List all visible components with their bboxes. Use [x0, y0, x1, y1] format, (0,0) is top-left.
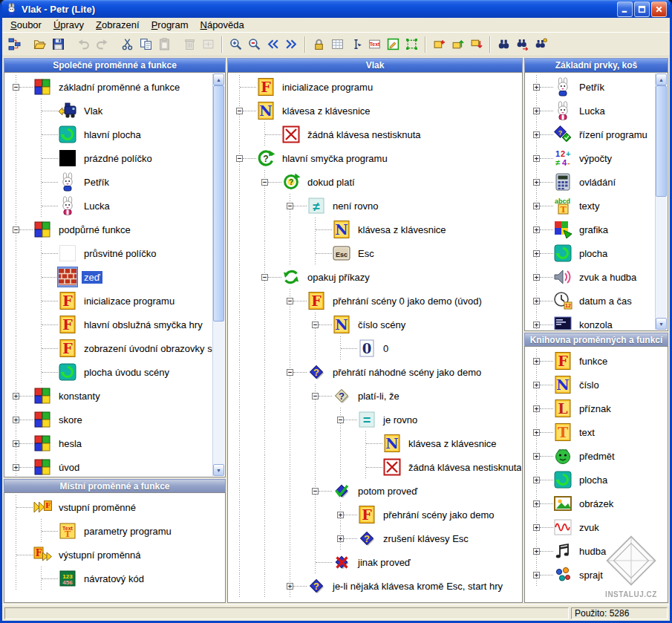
tree-item[interactable]: +Fpřehrání scény jako demo — [229, 503, 521, 526]
menu-soubor[interactable]: Soubor — [4, 18, 48, 33]
tree-item[interactable]: +skore — [5, 408, 212, 431]
tree-item[interactable]: Vlak — [5, 99, 212, 123]
collapse-expander[interactable]: − — [287, 203, 293, 209]
scroll-thumb[interactable] — [656, 85, 667, 197]
tree-item[interactable]: +Lpříznak — [526, 397, 667, 420]
tree-item[interactable]: +konzola — [526, 313, 655, 330]
collapse-expander[interactable]: − — [236, 155, 243, 162]
expand-expander[interactable]: + — [533, 572, 540, 578]
scroll-up-button[interactable]: ▲ — [213, 74, 224, 85]
cut-icon[interactable] — [118, 36, 137, 53]
tree-item[interactable]: +12datum a čas — [526, 289, 655, 313]
tree-item[interactable]: +Petřík — [526, 75, 655, 99]
tree-item[interactable]: +obrázek — [526, 492, 667, 515]
menu-upravy[interactable]: Úpravy — [48, 18, 90, 33]
tree-item[interactable]: +grafika — [526, 218, 655, 241]
scroll-up-button[interactable]: ▲ — [656, 74, 667, 85]
paste-icon[interactable] — [155, 36, 174, 53]
collapse-expander[interactable]: − — [261, 274, 268, 281]
tree-item[interactable]: průsvitné políčko — [5, 241, 212, 265]
tree-item[interactable]: Finicializace programu — [5, 289, 212, 313]
element-move-down-icon[interactable] — [467, 36, 486, 53]
tree-item[interactable]: žádná klávesa nestisknuta — [229, 123, 521, 146]
tree-item[interactable]: Fhlavní obslužná smyčka hry — [5, 313, 212, 336]
find-next-icon[interactable] — [513, 36, 532, 53]
tree-item[interactable]: −?přehrátí náhodné scény jako demo — [229, 360, 521, 384]
undo-icon[interactable] — [74, 36, 93, 53]
scroll-thumb[interactable] — [213, 85, 224, 322]
expand-expander[interactable]: + — [13, 417, 19, 423]
expand-expander[interactable]: + — [533, 477, 540, 483]
expand-expander[interactable]: + — [533, 179, 540, 186]
tree-item[interactable]: +zvuk a hudba — [526, 265, 655, 289]
collapse-expander[interactable]: − — [337, 417, 344, 423]
tree-item[interactable]: −potom proveď — [229, 479, 521, 503]
close-button[interactable] — [651, 1, 667, 17]
expand-expander[interactable]: + — [533, 226, 540, 233]
tree-item[interactable]: +?řízení programu — [526, 123, 655, 146]
expand-expander[interactable]: + — [533, 453, 540, 460]
expand-expander[interactable]: + — [533, 155, 540, 162]
open-icon[interactable] — [30, 36, 49, 53]
delete-icon[interactable] — [180, 36, 199, 53]
go-forward-icon[interactable] — [282, 36, 301, 53]
expand-expander[interactable]: + — [13, 393, 19, 399]
tree-item[interactable]: 00 — [229, 336, 521, 360]
expand-expander[interactable]: + — [13, 440, 19, 447]
expand-expander[interactable]: + — [533, 548, 540, 555]
menu-program[interactable]: Program — [146, 18, 195, 33]
expand-expander[interactable]: + — [337, 512, 344, 518]
restore-icon[interactable] — [199, 36, 218, 53]
text-cursor-icon[interactable] — [347, 36, 365, 53]
tree-item[interactable]: +?zrušení klávesy Esc — [229, 526, 521, 550]
collapse-expander[interactable]: − — [13, 226, 19, 233]
minimize-button[interactable] — [617, 1, 633, 17]
tree-item[interactable]: plocha úvodu scény — [5, 360, 212, 384]
save-icon[interactable] — [49, 36, 68, 53]
tree-item[interactable]: −?platí-li, že — [229, 384, 521, 408]
redo-icon[interactable] — [93, 36, 111, 53]
expand-expander[interactable]: + — [13, 464, 19, 471]
tree-item[interactable]: −Nčíslo scény — [229, 313, 521, 336]
tree-item[interactable]: +úvod — [5, 455, 212, 476]
tree-item[interactable]: +?je-li nějaká klávesa kromě Esc, start … — [229, 574, 521, 598]
tree-item[interactable]: +Nčíslo — [526, 373, 667, 397]
collapse-expander[interactable]: − — [287, 369, 293, 376]
expand-expander[interactable]: + — [533, 405, 540, 412]
tree-item[interactable]: +sprajt — [526, 563, 667, 587]
tree-item[interactable]: +abcdTtexty — [526, 194, 655, 218]
tree-item[interactable]: 123456návratový kód — [5, 567, 224, 590]
tree-item[interactable]: −opakuj příkazy — [229, 265, 521, 289]
expand-expander[interactable]: + — [287, 583, 293, 590]
tree-item[interactable]: +zvuk — [526, 515, 667, 539]
collapse-expander[interactable]: − — [312, 393, 319, 399]
tree-item[interactable]: Nklávesa z klávesnice — [229, 431, 521, 455]
tree-item[interactable]: +Ttext — [526, 420, 667, 444]
element-insert-icon[interactable] — [430, 36, 448, 53]
expand-expander[interactable]: + — [533, 84, 540, 91]
find-all-icon[interactable] — [532, 36, 550, 53]
go-back-icon[interactable] — [264, 36, 282, 53]
menu-zobrazeni[interactable]: Zobrazení — [90, 18, 146, 33]
elements-scrollbar[interactable]: ▲ ▼ — [655, 74, 667, 330]
maximize-button[interactable] — [634, 1, 650, 17]
collapse-expander[interactable]: − — [312, 488, 319, 495]
find-icon[interactable] — [495, 36, 513, 53]
tree-item[interactable]: Finicializace programu — [229, 75, 521, 99]
expand-expander[interactable]: + — [533, 382, 540, 388]
expand-expander[interactable]: + — [533, 108, 540, 114]
tree-item[interactable]: −základní proměnné a funkce — [5, 75, 212, 99]
expand-expander[interactable]: + — [337, 535, 344, 542]
expand-expander[interactable]: + — [533, 131, 540, 138]
tree-item[interactable]: Fzobrazení úvodní obrazovky scény — [5, 336, 212, 360]
tree-item[interactable]: Petřík — [5, 170, 212, 194]
expand-expander[interactable]: + — [533, 250, 540, 257]
copy-icon[interactable] — [137, 36, 155, 53]
tree-item[interactable]: +Lucka — [526, 99, 655, 123]
expand-expander[interactable]: + — [533, 203, 540, 209]
tree-item[interactable]: +hesla — [5, 431, 212, 455]
tree-item[interactable]: −=je rovno — [229, 408, 521, 431]
tree-item[interactable]: +Ffunkce — [526, 349, 667, 373]
tree-item[interactable]: Nklávesa z klávesnice — [229, 218, 521, 241]
zoom-in-icon[interactable] — [226, 36, 245, 53]
